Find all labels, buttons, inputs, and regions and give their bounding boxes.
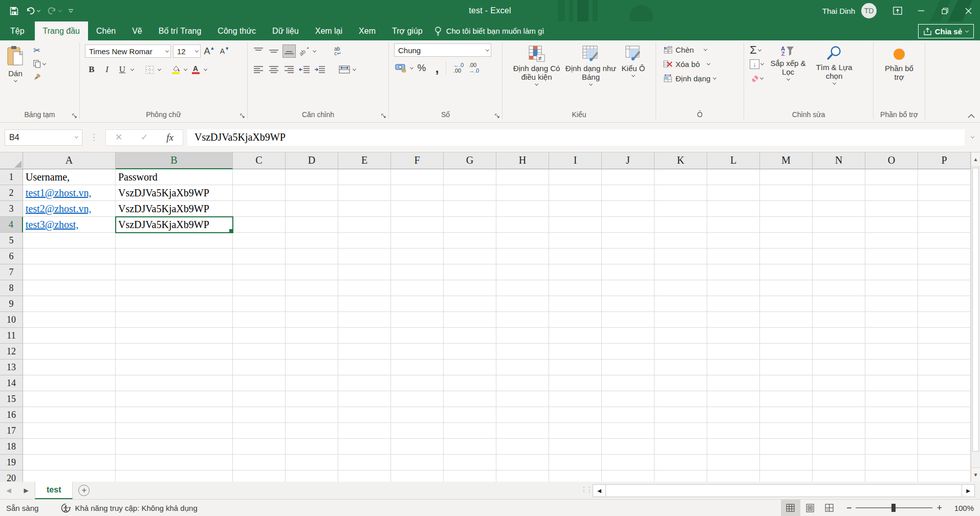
cell-M10[interactable] bbox=[760, 312, 813, 328]
cell-I11[interactable] bbox=[549, 328, 602, 344]
cell-J14[interactable] bbox=[602, 375, 655, 391]
cell-F4[interactable] bbox=[391, 217, 444, 233]
cell-C4[interactable] bbox=[233, 217, 286, 233]
cell-O1[interactable] bbox=[865, 169, 918, 185]
cell-P14[interactable] bbox=[918, 375, 971, 391]
cell-B5[interactable] bbox=[116, 233, 233, 249]
sheet-nav-prev-icon[interactable]: ◀ bbox=[0, 482, 17, 499]
cell-P7[interactable] bbox=[918, 264, 971, 280]
cell-N16[interactable] bbox=[813, 407, 865, 423]
cell-A14[interactable] bbox=[23, 375, 116, 391]
cell-E20[interactable] bbox=[338, 470, 391, 482]
cell-H2[interactable] bbox=[496, 185, 549, 201]
cell-L14[interactable] bbox=[707, 375, 760, 391]
zoom-in-icon[interactable]: + bbox=[937, 503, 942, 513]
cell-F2[interactable] bbox=[391, 185, 444, 201]
cell-D2[interactable] bbox=[286, 185, 338, 201]
column-header-J[interactable]: J bbox=[602, 152, 655, 169]
cell-F12[interactable] bbox=[391, 344, 444, 360]
cell-D18[interactable] bbox=[286, 439, 338, 455]
autosum-dropdown-icon[interactable] bbox=[758, 48, 761, 51]
zoom-slider[interactable] bbox=[856, 507, 932, 508]
column-header-P[interactable]: P bbox=[918, 152, 971, 169]
clear-button[interactable] bbox=[748, 73, 765, 84]
tab-review[interactable]: Xem lại bbox=[307, 21, 351, 40]
column-header-I[interactable]: I bbox=[549, 152, 602, 169]
cell-P9[interactable] bbox=[918, 296, 971, 312]
format-as-table-dropdown-icon[interactable] bbox=[589, 82, 593, 86]
copy-button[interactable] bbox=[31, 58, 47, 70]
cell-C8[interactable] bbox=[233, 280, 286, 296]
accounting-format-icon[interactable] bbox=[394, 61, 408, 75]
number-format-combo[interactable]: Chung bbox=[394, 43, 491, 57]
paste-dropdown-icon[interactable] bbox=[13, 79, 17, 82]
cell-J1[interactable] bbox=[602, 169, 655, 185]
alignment-dialog-launcher-icon[interactable] bbox=[381, 114, 387, 119]
cell-styles-dropdown-icon[interactable] bbox=[631, 74, 635, 77]
cell-D1[interactable] bbox=[286, 169, 338, 185]
cell-G9[interactable] bbox=[444, 296, 496, 312]
cell-F1[interactable] bbox=[391, 169, 444, 185]
row-header-9[interactable]: 9 bbox=[0, 296, 23, 312]
cell-F7[interactable] bbox=[391, 264, 444, 280]
cell-F11[interactable] bbox=[391, 328, 444, 344]
cell-K20[interactable] bbox=[655, 470, 707, 482]
cell-N1[interactable] bbox=[813, 169, 865, 185]
cell-C9[interactable] bbox=[233, 296, 286, 312]
fill-button[interactable]: ↓ bbox=[748, 58, 765, 70]
cell-I20[interactable] bbox=[549, 470, 602, 482]
cell-D15[interactable] bbox=[286, 391, 338, 407]
cell-C7[interactable] bbox=[233, 264, 286, 280]
cell-M8[interactable] bbox=[760, 280, 813, 296]
cell-N17[interactable] bbox=[813, 423, 865, 439]
vertical-scroll-thumb[interactable] bbox=[972, 168, 979, 452]
find-select-button[interactable]: Tìm & Lựa chọn bbox=[811, 43, 857, 109]
cell-O2[interactable] bbox=[865, 185, 918, 201]
cell-J3[interactable] bbox=[602, 201, 655, 217]
cell-O5[interactable] bbox=[865, 233, 918, 249]
orientation-dropdown-icon[interactable] bbox=[313, 49, 316, 52]
cell-F15[interactable] bbox=[391, 391, 444, 407]
cell-H5[interactable] bbox=[496, 233, 549, 249]
cell-E3[interactable] bbox=[338, 201, 391, 217]
row-header-5[interactable]: 5 bbox=[0, 233, 23, 249]
cell-D4[interactable] bbox=[286, 217, 338, 233]
cell-F17[interactable] bbox=[391, 423, 444, 439]
cell-P18[interactable] bbox=[918, 439, 971, 455]
cell-F3[interactable] bbox=[391, 201, 444, 217]
cell-C6[interactable] bbox=[233, 249, 286, 264]
tab-formulas[interactable]: Công thức bbox=[209, 21, 264, 40]
cell-N2[interactable] bbox=[813, 185, 865, 201]
italic-button[interactable]: I bbox=[100, 63, 114, 76]
cell-G11[interactable] bbox=[444, 328, 496, 344]
cell-K7[interactable] bbox=[655, 264, 707, 280]
cell-L13[interactable] bbox=[707, 360, 760, 375]
cell-E10[interactable] bbox=[338, 312, 391, 328]
user-name[interactable]: Thai Dinh bbox=[822, 7, 855, 15]
column-header-L[interactable]: L bbox=[707, 152, 760, 169]
delete-dropdown-icon[interactable] bbox=[707, 61, 710, 65]
cell-B12[interactable] bbox=[116, 344, 233, 360]
cell-D19[interactable] bbox=[286, 455, 338, 470]
cell-O7[interactable] bbox=[865, 264, 918, 280]
decrease-indent-icon[interactable] bbox=[298, 63, 311, 76]
cell-styles-button[interactable]: Kiểu Ô bbox=[619, 43, 648, 109]
cell-G2[interactable] bbox=[444, 185, 496, 201]
cell-E9[interactable] bbox=[338, 296, 391, 312]
align-left-icon[interactable] bbox=[252, 63, 265, 76]
cell-P1[interactable] bbox=[918, 169, 971, 185]
cell-I13[interactable] bbox=[549, 360, 602, 375]
row-header-17[interactable]: 17 bbox=[0, 423, 23, 439]
cell-B17[interactable] bbox=[116, 423, 233, 439]
align-bottom-icon[interactable] bbox=[282, 44, 296, 58]
tab-home[interactable]: Trang đầu bbox=[35, 21, 88, 40]
cell-K14[interactable] bbox=[655, 375, 707, 391]
conditional-formatting-button[interactable]: ≠ Định dạng Có điều kiện bbox=[510, 43, 563, 109]
cell-N18[interactable] bbox=[813, 439, 865, 455]
cell-K13[interactable] bbox=[655, 360, 707, 375]
column-header-C[interactable]: C bbox=[233, 152, 286, 169]
cell-I12[interactable] bbox=[549, 344, 602, 360]
ribbon-display-options-icon[interactable] bbox=[886, 0, 909, 21]
cell-I10[interactable] bbox=[549, 312, 602, 328]
cell-P6[interactable] bbox=[918, 249, 971, 264]
